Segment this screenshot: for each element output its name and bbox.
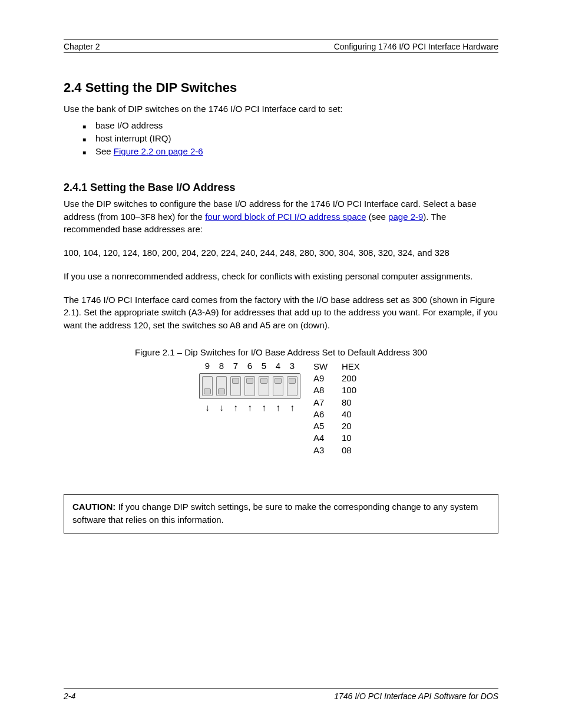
hex-sw: A3 — [313, 444, 331, 456]
switch-label: 4 — [273, 361, 283, 371]
bullet-text: See Figure 2.2 on page 2-6 — [95, 146, 498, 156]
switch-label: 3 — [287, 361, 297, 371]
footer-doc-title: 1746 I/O PCI Interface API Software for … — [334, 691, 498, 701]
dip-switch — [230, 376, 241, 396]
bullet-list: ■ base I/O address ■ host interrupt (IRQ… — [82, 120, 498, 158]
dip-switch — [216, 376, 227, 396]
table-row: A640 — [313, 409, 363, 420]
para1-mid: (see — [366, 212, 389, 222]
bullet-marker-icon: ■ — [82, 134, 95, 145]
hex-sw: A8 — [313, 384, 331, 396]
dip-switch-figure: 9 8 7 6 5 4 3 ↓ — [199, 361, 363, 456]
header-chapter: Chapter 2 — [64, 42, 100, 51]
hex-col-sw: SW — [313, 361, 331, 373]
dip-switch-bank: 9 8 7 6 5 4 3 ↓ — [199, 361, 300, 413]
hex-val: 100 — [342, 384, 363, 396]
hex-sw: A5 — [313, 420, 331, 432]
switch-label: 9 — [202, 361, 213, 371]
table-row: A9200 — [313, 373, 363, 384]
para-2: If you use a nonrecommended address, che… — [64, 270, 498, 283]
table-row: A780 — [313, 397, 363, 409]
hex-val: 10 — [342, 432, 363, 444]
hex-sw: A4 — [313, 432, 331, 444]
page-ref-link[interactable]: page 2-9 — [388, 212, 423, 222]
dip-switch-arrows: ↓ ↓ ↑ ↑ ↑ ↑ ↑ — [202, 403, 297, 413]
figure-link[interactable]: Figure 2.2 on page 2-6 — [114, 146, 203, 156]
hex-val: 20 — [342, 420, 363, 432]
arrow-down-icon: ↓ — [216, 403, 227, 413]
para-1: Use the DIP switches to configure the ba… — [64, 197, 498, 236]
dip-switch — [244, 376, 255, 396]
bullet-text: base I/O address — [95, 120, 498, 130]
hex-val: 40 — [342, 409, 363, 420]
table-row: A308 — [313, 444, 363, 456]
footer-page-number: 2-4 — [64, 691, 75, 701]
hex-lookup-table: SW HEX A9200 A8100 A780 A640 A520 A410 A… — [313, 361, 363, 456]
bullet-text: host interrupt (IRQ) — [95, 133, 498, 143]
arrow-up-icon: ↑ — [287, 403, 297, 413]
list-item: ■ base I/O address — [82, 120, 498, 132]
list-item: ■ host interrupt (IRQ) — [82, 133, 498, 145]
switch-label: 6 — [244, 361, 255, 371]
dip-switch — [259, 376, 269, 396]
section-heading-2-4: 2.4 Setting the DIP Switches — [64, 80, 498, 95]
switch-label: 8 — [216, 361, 227, 371]
hex-val: 80 — [342, 397, 363, 409]
bullet-pretext: See — [95, 146, 114, 156]
bullet-marker-icon: ■ — [82, 147, 95, 158]
para-3: The 1746 I/O PCI Interface card comes fr… — [64, 294, 498, 332]
page-footer: 2-4 1746 I/O PCI Interface API Software … — [64, 689, 498, 701]
io-space-link[interactable]: four word block of PCI I/O address space — [205, 212, 366, 222]
hex-sw: A7 — [313, 397, 331, 409]
hex-col-hex: HEX — [342, 361, 363, 373]
arrow-down-icon: ↓ — [202, 403, 213, 413]
arrow-up-icon: ↑ — [273, 403, 283, 413]
header-title: Configuring 1746 I/O PCI Interface Hardw… — [334, 42, 498, 51]
hex-header-row: SW HEX — [313, 361, 363, 373]
hex-sw: A6 — [313, 409, 331, 420]
recommended-addresses: 100, 104, 120, 124, 180, 200, 204, 220, … — [64, 246, 498, 259]
hex-val: 08 — [342, 444, 363, 456]
hex-sw: A9 — [313, 373, 331, 384]
arrow-up-icon: ↑ — [259, 403, 269, 413]
switch-label: 5 — [259, 361, 269, 371]
dip-switch — [202, 376, 213, 396]
table-row: A520 — [313, 420, 363, 432]
caution-box: CAUTION: If you change DIP switch settin… — [64, 494, 498, 533]
switch-label: 7 — [230, 361, 241, 371]
list-item: ■ See Figure 2.2 on page 2-6 — [82, 146, 498, 158]
section-heading-2-4-1: 2.4.1 Setting the Base I/O Address — [64, 182, 498, 194]
table-row: A410 — [313, 432, 363, 444]
dip-switch-numbers: 9 8 7 6 5 4 3 — [202, 361, 297, 371]
section-2-4-intro: Use the bank of DIP switches on the 1746… — [64, 103, 498, 116]
page-header: Chapter 2 Configuring 1746 I/O PCI Inter… — [64, 39, 498, 51]
arrow-up-icon: ↑ — [244, 403, 255, 413]
dip-switch-body — [199, 373, 300, 399]
caution-text: If you change DIP switch settings, be su… — [72, 502, 478, 525]
hex-val: 200 — [342, 373, 363, 384]
table-row: A8100 — [313, 384, 363, 396]
arrow-up-icon: ↑ — [230, 403, 241, 413]
figure-caption: Figure 2.1 – Dip Switches for I/O Base A… — [64, 347, 498, 357]
caution-label: CAUTION: — [72, 502, 115, 512]
dip-switch — [287, 376, 297, 396]
dip-switch — [273, 376, 283, 396]
bullet-marker-icon: ■ — [82, 121, 95, 132]
